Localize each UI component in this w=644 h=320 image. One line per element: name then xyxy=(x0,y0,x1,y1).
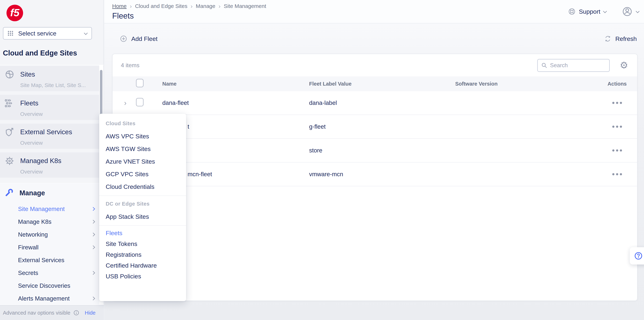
sidebar-item-service-discoveries[interactable]: Service Discoveries xyxy=(0,279,104,292)
user-menu[interactable] xyxy=(622,6,638,17)
row-actions-button[interactable] xyxy=(612,102,622,104)
advanced-nav-text: Advanced nav options visible xyxy=(3,310,70,316)
flyout-item-aws-tgw-sites[interactable]: AWS TGW Sites xyxy=(106,143,186,155)
page-toolbar: Add Fleet Refresh xyxy=(104,24,644,54)
chevron-down-icon xyxy=(603,9,607,13)
sidebar-item-firewall[interactable]: Firewall xyxy=(0,241,104,254)
breadcrumb-home[interactable]: Home xyxy=(112,3,126,9)
table-card-header: 4 items ⚙ xyxy=(112,54,637,76)
sub-item-label: Site Management xyxy=(18,206,65,212)
sidebar-item-secrets[interactable]: Secrets xyxy=(0,267,104,279)
sub-item-label: Manage K8s xyxy=(18,218,52,225)
flyout-item-cloud-credentials[interactable]: Cloud Credentials xyxy=(106,180,186,193)
hide-nav-link[interactable]: Hide xyxy=(85,310,96,316)
site-management-flyout: Cloud Sites AWS VPC Sites AWS TGW Sites … xyxy=(99,114,186,301)
breadcrumb: Home › Cloud and Edge Sites › Manage › S… xyxy=(112,3,266,9)
flyout-item-fleets[interactable]: Fleets xyxy=(106,228,186,238)
sidebar-item-external-services-sub[interactable]: External Services xyxy=(0,254,104,267)
row-actions-button[interactable] xyxy=(612,149,622,152)
column-header-fleet-label-value[interactable]: Fleet Label Value xyxy=(309,81,352,87)
flyout-item-certified-hardware[interactable]: Certified Hardware xyxy=(106,260,186,271)
support-label: Support xyxy=(579,8,600,15)
table-row: › mcn-fleet vmware-mcn xyxy=(112,163,637,186)
sidebar-item-subtitle: Overview xyxy=(20,111,104,117)
manage-sub-items: Site Management Manage K8s Networking Fi… xyxy=(0,203,104,305)
row-checkbox[interactable] xyxy=(136,98,144,106)
table-header-row: Name Fleet Label Value Software Version … xyxy=(112,76,637,91)
column-header-name[interactable]: Name xyxy=(162,81,176,87)
add-fleet-button[interactable]: Add Fleet xyxy=(120,34,158,43)
column-header-software-version[interactable]: Software Version xyxy=(455,81,498,87)
sub-item-label: External Services xyxy=(18,257,64,264)
helm-icon xyxy=(4,156,15,166)
page-title: Fleets xyxy=(112,11,266,20)
chevron-right-icon xyxy=(91,207,95,211)
add-fleet-label: Add Fleet xyxy=(131,35,158,42)
plus-circle-icon xyxy=(120,34,128,43)
sidebar-item-label: Fleets xyxy=(20,99,38,107)
flyout-item-aws-vpc-sites[interactable]: AWS VPC Sites xyxy=(106,130,186,143)
sidebar-nav: Sites Site Map, Site List, Site S... Fle… xyxy=(0,65,104,178)
sidebar-section-title: Cloud and Edge Sites xyxy=(3,49,77,57)
row-actions-button[interactable] xyxy=(612,173,622,175)
sidebar-item-subtitle: Overview xyxy=(20,140,104,146)
flyout-item-azure-vnet-sites[interactable]: Azure VNET Sites xyxy=(106,155,186,168)
breadcrumb-separator: › xyxy=(218,3,220,9)
breadcrumb-cloud-edge-sites[interactable]: Cloud and Edge Sites xyxy=(135,3,187,9)
sidebar-item-managed-k8s[interactable]: Managed K8s Overview xyxy=(0,152,104,178)
flyout-item-app-stack-sites[interactable]: App Stack Sites xyxy=(106,210,186,223)
sub-item-label: Firewall xyxy=(18,244,38,251)
row-fleet-label-value: g-fleet xyxy=(309,123,326,130)
service-selector-label: Select service xyxy=(18,30,84,37)
fleets-table-card: 4 items ⚙ Name Fleet Label Value Softwar… xyxy=(112,54,638,301)
breadcrumb-separator: › xyxy=(190,3,192,9)
refresh-button[interactable]: Refresh xyxy=(604,35,637,43)
row-expander-icon[interactable]: › xyxy=(124,99,126,107)
breadcrumb-site-management[interactable]: Site Management xyxy=(224,3,266,9)
sidebar-item-label: External Services xyxy=(20,128,72,136)
sidebar-item-sites[interactable]: Sites Site Map, Site List, Site S... xyxy=(0,66,104,91)
breadcrumb-separator: › xyxy=(130,3,132,9)
sidebar-item-subtitle: Overview xyxy=(20,169,104,175)
chevron-right-icon xyxy=(91,271,95,275)
sub-item-label: Service Discoveries xyxy=(18,282,70,289)
row-name[interactable]: dana-fleet xyxy=(162,99,189,106)
sidebar-item-site-management[interactable]: Site Management xyxy=(0,203,104,215)
avatar xyxy=(622,6,633,17)
support-menu[interactable]: Support xyxy=(568,7,606,16)
sidebar-item-label: Managed K8s xyxy=(20,157,61,165)
grid-icon xyxy=(7,30,14,37)
sidebar-item-external-services[interactable]: External Services Overview xyxy=(0,124,104,149)
table-search[interactable] xyxy=(537,59,610,72)
sidebar-item-alerts-management[interactable]: Alerts Management xyxy=(0,292,104,305)
row-name[interactable]: mcn-fleet xyxy=(188,171,212,178)
flyout-item-usb-policies[interactable]: USB Policies xyxy=(106,271,186,282)
row-fleet-label-value: store xyxy=(309,147,322,154)
sidebar-item-manage-k8s[interactable]: Manage K8s xyxy=(0,215,104,228)
refresh-label: Refresh xyxy=(615,35,637,42)
sidebar-item-fleets[interactable]: Fleets Overview xyxy=(0,95,104,120)
sidebar-item-networking[interactable]: Networking xyxy=(0,228,104,241)
chevron-right-icon xyxy=(91,297,95,300)
service-selector[interactable]: Select service xyxy=(3,27,92,40)
flyout-item-gcp-vpc-sites[interactable]: GCP VPC Sites xyxy=(106,168,186,180)
sub-item-label: Alerts Management xyxy=(18,295,70,302)
row-actions-button[interactable] xyxy=(612,126,622,128)
f5-logo[interactable]: f5 xyxy=(6,5,23,21)
row-fleet-label-value: vmware-mcn xyxy=(309,171,343,178)
info-icon xyxy=(73,310,79,316)
table-row: › t g-fleet xyxy=(112,115,637,139)
refresh-icon xyxy=(604,35,612,43)
search-input[interactable] xyxy=(550,62,600,69)
sidebar-item-manage[interactable]: Manage xyxy=(0,183,104,198)
flyout-item-site-tokens[interactable]: Site Tokens xyxy=(106,238,186,249)
row-name[interactable]: t xyxy=(188,123,189,130)
wrench-icon xyxy=(4,188,14,198)
flyout-item-registrations[interactable]: Registrations xyxy=(106,249,186,260)
sidebar-manage-section: Manage Site Management Manage K8s Networ… xyxy=(0,183,104,305)
select-all-checkbox[interactable] xyxy=(136,79,144,87)
gear-icon[interactable]: ⚙ xyxy=(620,60,628,70)
help-button[interactable] xyxy=(630,247,644,265)
f5-logo-text: f5 xyxy=(10,6,20,18)
breadcrumb-manage[interactable]: Manage xyxy=(196,3,215,9)
